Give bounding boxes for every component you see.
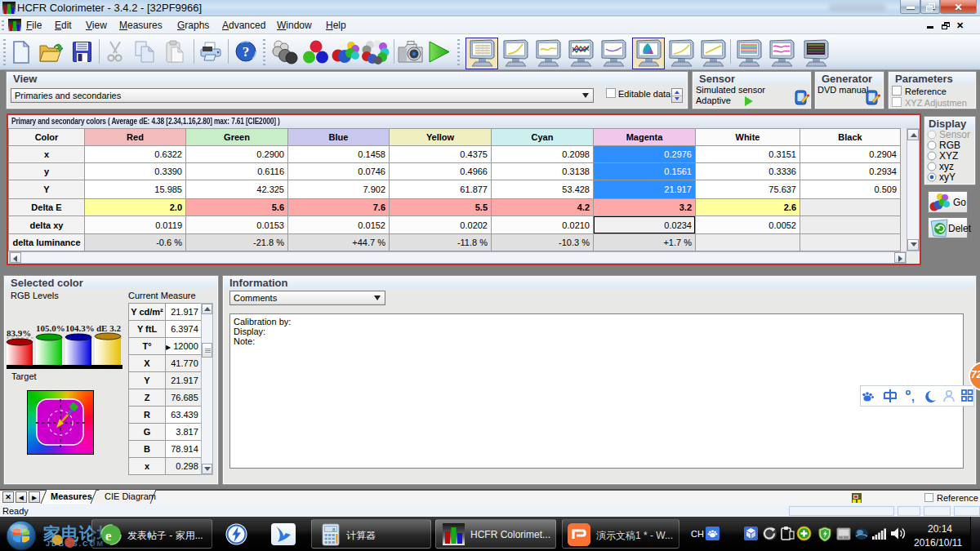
svg-text:RGB: RGB [939, 140, 960, 151]
svg-text:?: ? [243, 44, 250, 60]
svg-text:XYZ: XYZ [939, 150, 958, 162]
svg-text:e: e [105, 528, 112, 544]
svg-text:xyz: xyz [939, 161, 954, 172]
svg-text:,: , [911, 390, 915, 403]
svg-text:105.0%: 105.0% [36, 323, 65, 333]
svg-text:dE 3.2: dE 3.2 [96, 323, 121, 333]
svg-text:104.3%: 104.3% [65, 323, 95, 333]
svg-text:83.9%: 83.9% [7, 328, 31, 338]
svg-text:xyY: xyY [939, 171, 956, 183]
